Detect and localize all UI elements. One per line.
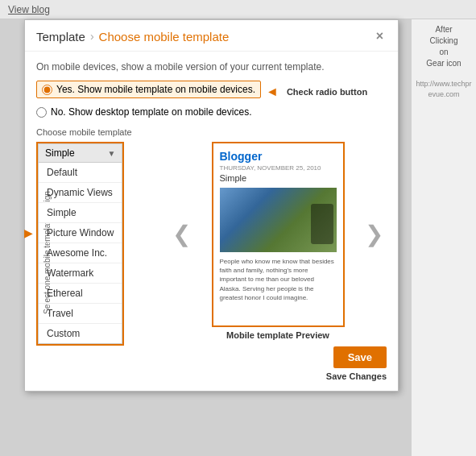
radio-group: Yes. Show mobile template on mobile devi… (36, 81, 387, 118)
close-button[interactable]: × (373, 28, 387, 44)
template-item-picture-window[interactable]: ▶ Picture Window (39, 223, 122, 243)
outer-wrapper: View blog After Clicking on Gear icon ht… (0, 0, 476, 456)
preview-section: ❮ Blogger Thursday, November 25, 2010 Si… (169, 142, 387, 381)
preview-blog-title: Blogger (220, 150, 337, 163)
dialog-header: Template › Choose mobile template × (25, 20, 398, 52)
radio-yes-input[interactable] (42, 85, 52, 95)
save-annotation-label: Save Changes (326, 371, 387, 381)
save-button[interactable]: Save (333, 346, 387, 368)
radio-no-option[interactable]: No. Show desktop template on mobile devi… (36, 106, 387, 118)
title-arrow: › (90, 30, 94, 43)
annotation-on: on (439, 48, 448, 56)
dialog-title: Template › Choose mobile template (36, 30, 229, 44)
mobile-preview-frame: Blogger Thursday, November 25, 2010 Simp… (212, 142, 345, 327)
preview-annotation-label: Mobile template Preview (226, 330, 329, 340)
dialog-body: On mobile devices, show a mobile version… (25, 52, 398, 391)
radio-no-input[interactable] (36, 107, 47, 118)
template-item-travel[interactable]: Travel (39, 304, 122, 324)
annotation-clicking: Clicking (429, 36, 457, 45)
template-item-dynamic-views[interactable]: Dynamic Views (39, 183, 122, 203)
template-item-default[interactable]: Default (39, 163, 122, 183)
annotation-after: After (435, 25, 452, 34)
choose-template-label: Choose mobile template (36, 127, 387, 137)
radio-yes-label: Yes. Show mobile template on mobile devi… (56, 84, 255, 95)
annotation-gear-icon: Gear icon (426, 59, 461, 68)
preview-date: Thursday, November 25, 2010 (220, 164, 337, 172)
radio-no-label: No. Show desktop template on mobile devi… (51, 106, 251, 118)
title-choose: Choose mobile template (99, 30, 230, 44)
template-item-ethereal[interactable]: Ethereal (39, 284, 122, 304)
top-bar: View blog (0, 0, 476, 19)
check-annotation-label: Check radio button (287, 87, 367, 97)
template-list: Default Dynamic Views Simple ▶ Picture W… (38, 163, 122, 344)
prev-arrow-button[interactable]: ❮ (169, 223, 194, 246)
template-list-container: Simple ▼ Default Dynamic Views Simple ▶ … (36, 142, 124, 346)
title-template: Template (36, 30, 85, 44)
subtitle: On mobile devices, show a mobile version… (36, 61, 387, 73)
view-blog-link[interactable]: View blog (8, 4, 50, 15)
dropdown-arrow-icon: ▼ (107, 149, 115, 158)
dropdown-selected-value: Simple (45, 147, 75, 159)
template-item-awesome-inc[interactable]: Awesome Inc. (39, 243, 122, 263)
dialog: Template › Choose mobile template × On m… (24, 19, 399, 392)
radio-yes-option[interactable]: Yes. Show mobile template on mobile devi… (36, 81, 261, 98)
annotation-url: http://www.techprevue.com (415, 79, 473, 99)
next-arrow-button[interactable]: ❯ (362, 223, 387, 246)
template-list-section: Select one mobile template design Simple… (36, 142, 161, 381)
preview-post-title: Simple (220, 173, 337, 183)
right-annotation: After Clicking on Gear icon http://www.t… (412, 19, 476, 456)
preview-nav: ❮ Blogger Thursday, November 25, 2010 Si… (169, 142, 387, 327)
preview-body-text: People who know me know that besides fai… (220, 257, 337, 302)
template-item-watermark[interactable]: Watermark (39, 263, 122, 284)
preview-image-overlay (311, 204, 333, 244)
preview-image (220, 188, 337, 252)
template-dropdown[interactable]: Simple ▼ (38, 143, 122, 163)
save-area: Save Save Changes (326, 346, 387, 381)
template-item-simple[interactable]: Simple (39, 203, 122, 223)
content-row: Select one mobile template design Simple… (36, 142, 387, 381)
picture-window-arrow-icon: ▶ (24, 226, 33, 239)
template-item-custom[interactable]: Custom (39, 324, 122, 343)
check-arrow-icon: ◄ (266, 85, 279, 99)
